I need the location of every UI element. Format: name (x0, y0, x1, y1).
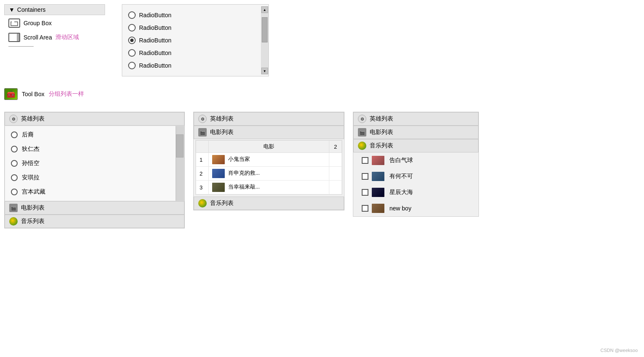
scroll-mini-bar (17, 34, 19, 41)
music-icon-3 (358, 142, 366, 150)
scrollbar-track[interactable] (261, 13, 268, 68)
scroll-area-item[interactable]: Scroll Area 滑动区域 (4, 30, 105, 45)
scrollbar-thumb-right-1[interactable] (176, 134, 184, 158)
group-box-item[interactable]: Group Box (4, 16, 105, 30)
scrollbar-right-1[interactable] (176, 126, 184, 201)
radio-item-2[interactable]: RadioButton (126, 21, 257, 34)
hero-name-3: 孙悟空 (22, 160, 39, 167)
hero-radio-4[interactable] (11, 174, 18, 181)
song-checkbox-4[interactable] (362, 205, 368, 212)
radio-circle-2[interactable] (128, 24, 136, 32)
hero-item-4[interactable]: 安琪拉 (5, 171, 176, 185)
scrollbar-thumb[interactable] (262, 17, 268, 42)
song-item-3[interactable]: 星辰大海 (353, 184, 478, 200)
hero-item-3[interactable]: 孙悟空 (5, 156, 176, 171)
music-icon-2 (198, 199, 207, 207)
hero-item-5[interactable]: 宫本武藏 (5, 185, 176, 199)
song-checkbox-3[interactable] (362, 189, 368, 196)
scrollbar-vertical[interactable]: ▲ ▼ (261, 6, 268, 74)
movies-icon-3: 🎬 (358, 128, 366, 136)
hero-item-1[interactable]: 后裔 (5, 128, 176, 142)
movies-header-1[interactable]: 🎬 电影列表 (5, 201, 184, 215)
movie-thumb-3 (212, 183, 225, 192)
hero-radio-5[interactable] (11, 189, 18, 195)
radio-label-1: RadioButton (139, 12, 171, 18)
music-header-3[interactable]: 音乐列表 (353, 139, 478, 152)
movie-extra-1 (329, 153, 342, 167)
heroes-header-3[interactable]: ⚙ 英雄列表 (353, 112, 478, 126)
song-thumb-3 (372, 188, 384, 197)
movie-title-2: 肖申克的救... (209, 167, 329, 181)
hero-item-2[interactable]: 狄仁杰 (5, 142, 176, 156)
radio-label-5: RadioButton (139, 62, 171, 69)
containers-header[interactable]: ▼ Containers (4, 4, 105, 15)
radio-circle-1[interactable] (128, 11, 136, 19)
music-header-1[interactable]: 音乐列表 (5, 215, 184, 228)
music-header-2[interactable]: 音乐列表 (194, 197, 344, 210)
movie-name-1: 小鬼当家 (228, 156, 250, 162)
movie-row-1[interactable]: 1 小鬼当家 (196, 153, 342, 167)
movie-index-3: 3 (196, 181, 209, 194)
music-label-1: 音乐列表 (21, 218, 45, 225)
radio-item-5[interactable]: RadioButton (126, 59, 257, 72)
movies-header-2[interactable]: 🎬 电影列表 (194, 126, 344, 139)
hero-radio-3[interactable] (11, 160, 18, 167)
heroes-icon-1: ⚙ (9, 115, 18, 123)
song-checkbox-1[interactable] (362, 157, 368, 164)
song-item-1[interactable]: 告白气球 (353, 152, 478, 168)
song-thumb-4 (372, 204, 384, 213)
hero-name-5: 宫本武藏 (22, 188, 45, 196)
music-icon-1 (9, 217, 18, 226)
radio-circle-4[interactable] (128, 49, 136, 57)
music-label-3: 音乐列表 (370, 142, 393, 150)
toolbox-section: Tool Box 分组列表一样 (4, 85, 640, 103)
movie-name-2: 肖申克的救... (228, 170, 260, 176)
scroll-up-btn[interactable]: ▲ (261, 6, 268, 13)
radio-item-1[interactable]: RadioButton (126, 9, 257, 21)
hero-radio-2[interactable] (11, 146, 18, 152)
movie-extra-2 (329, 167, 342, 181)
radio-label-3: RadioButton (139, 37, 171, 44)
scroll-area-label: Scroll Area (24, 34, 52, 41)
heroes-header-2[interactable]: ⚙ 英雄列表 (194, 112, 344, 126)
radio-item-4[interactable]: RadioButton (126, 47, 257, 59)
heroes-label-3: 英雄列表 (370, 115, 393, 123)
movie-thumb-2 (212, 169, 225, 178)
movie-index-1: 1 (196, 153, 209, 167)
heroes-header-1[interactable]: ⚙ 英雄列表 (5, 112, 184, 126)
song-item-2[interactable]: 有何不可 (353, 168, 478, 184)
hero-name-4: 安琪拉 (22, 174, 39, 181)
containers-panel: ▼ Containers Group Box Scroll Area 滑动区域 (4, 4, 105, 76)
col-movie: 电影 (209, 141, 329, 153)
heroes-content-1: 后裔 狄仁杰 孙悟空 安琪拉 宫本武藏 (5, 126, 184, 201)
movie-table-container: 电影 2 1 小鬼当家 2 (195, 140, 342, 195)
group-box-label: Group Box (24, 20, 52, 26)
song-title-3: 星辰大海 (389, 189, 413, 196)
movie-name-3: 当幸福来敲... (228, 184, 260, 190)
radio-item-3[interactable]: RadioButton (126, 34, 257, 47)
movie-extra-3 (329, 181, 342, 194)
col-index (196, 141, 209, 153)
movie-row-3[interactable]: 3 当幸福来敲... (196, 181, 342, 194)
movies-label-1: 电影列表 (21, 204, 45, 212)
group-box-svg (11, 20, 18, 26)
movie-title-1: 小鬼当家 (209, 153, 329, 167)
hero-name-2: 狄仁杰 (22, 145, 39, 153)
scroll-down-btn[interactable]: ▼ (261, 68, 268, 74)
hero-radio-1[interactable] (11, 131, 18, 138)
movie-row-2[interactable]: 2 肖申克的救... (196, 167, 342, 181)
radio-label-4: RadioButton (139, 50, 171, 56)
movies-icon-1: 🎬 (9, 204, 18, 212)
movie-table: 电影 2 1 小鬼当家 2 (196, 140, 342, 194)
song-item-4[interactable]: new boy (353, 200, 478, 216)
scroll-area-icon (8, 33, 20, 42)
radio-circle-5[interactable] (128, 62, 136, 69)
heroes-list-1: 后裔 狄仁杰 孙悟空 安琪拉 宫本武藏 (5, 126, 176, 201)
movies-icon-2: 🎬 (198, 128, 207, 136)
scroll-widget-inner: RadioButton RadioButton RadioButton Radi… (122, 6, 268, 74)
song-checkbox-2[interactable] (362, 173, 368, 180)
song-title-2: 有何不可 (389, 173, 413, 180)
scroll-widget: RadioButton RadioButton RadioButton Radi… (122, 4, 269, 76)
radio-circle-3[interactable] (128, 37, 136, 44)
movies-header-3[interactable]: 🎬 电影列表 (353, 126, 478, 139)
